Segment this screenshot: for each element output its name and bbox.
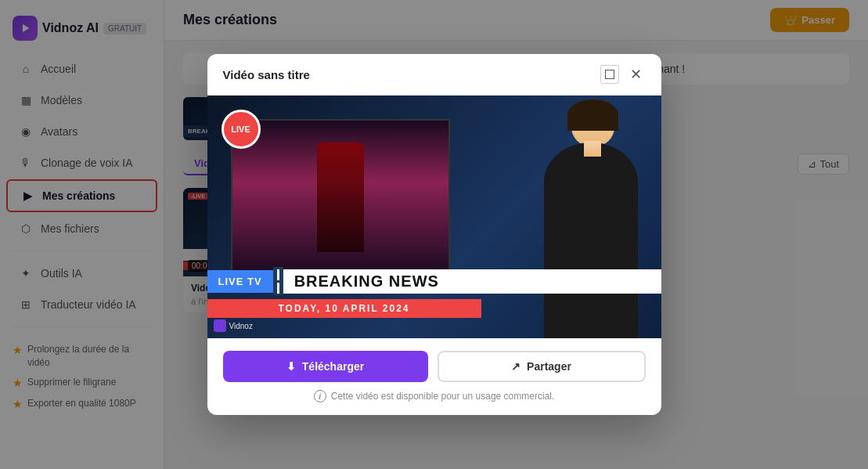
info-icon: i [314, 390, 326, 402]
divider-line-2 [277, 283, 279, 294]
share-button[interactable]: ↗ Partager [438, 351, 646, 382]
date-bar-modal: TODAY, 10 APRIL 2024 [207, 299, 481, 318]
video-modal: Vidéo sans titre ✕ [207, 54, 661, 415]
anchor-panel [489, 96, 661, 338]
inner-video-panel [231, 119, 450, 276]
anchor-neck [584, 141, 601, 157]
download-label: Télécharger [302, 360, 364, 373]
modal-header: Vidéo sans titre ✕ [207, 54, 661, 96]
vidnoz-watermark: Vidnoz [214, 319, 253, 332]
commercial-notice: i Cette vidéo est disponible pour un usa… [223, 390, 646, 402]
modal-close-button[interactable]: ✕ [627, 65, 646, 84]
share-label: Partager [527, 360, 571, 373]
anchor-hair [567, 99, 618, 131]
live-tv-label: LIVE TV [218, 276, 262, 287]
live-label: LIVE [231, 124, 250, 134]
anchor-body [544, 143, 638, 338]
share-icon: ↗ [511, 360, 520, 373]
bottle-shape [317, 143, 364, 252]
download-button[interactable]: ⬇ Télécharger [223, 351, 428, 382]
video-caption: votre vidéo ! [593, 271, 653, 283]
svg-rect-1 [605, 70, 614, 79]
inner-video-bg [232, 121, 448, 274]
divider-line-1 [277, 269, 279, 280]
modal-overlay[interactable]: Vidéo sans titre ✕ [0, 0, 868, 469]
download-icon: ⬇ [286, 360, 296, 373]
live-badge-modal: LIVE [222, 110, 261, 149]
modal-video-player: LIVE LIVE TV [207, 96, 661, 338]
modal-header-icons: ✕ [600, 65, 646, 84]
expand-icon [605, 70, 614, 79]
close-icon: ✕ [630, 66, 642, 83]
live-tv-tag: LIVE TV [207, 270, 273, 293]
modal-actions: ⬇ Télécharger ↗ Partager i Cette vidéo e… [207, 338, 661, 415]
vidnoz-logo-small [214, 319, 226, 332]
modal-title: Vidéo sans titre [223, 68, 310, 81]
commercial-text: Cette vidéo est disponible pour un usage… [331, 391, 555, 402]
action-buttons: ⬇ Télécharger ↗ Partager [223, 351, 646, 382]
modal-expand-button[interactable] [600, 65, 619, 84]
watermark-text: Vidnoz [229, 322, 253, 330]
divider-lines [273, 267, 283, 295]
